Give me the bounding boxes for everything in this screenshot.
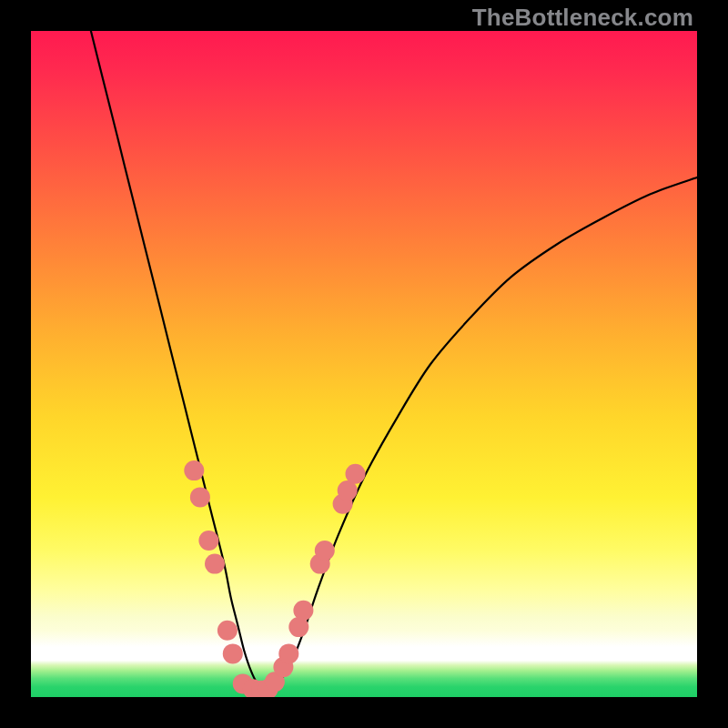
data-marker (346, 464, 366, 484)
data-marker (205, 554, 225, 574)
data-marker (190, 487, 210, 507)
data-marker (278, 643, 298, 663)
data-marker (223, 643, 243, 663)
watermark-label: TheBottleneck.com (472, 4, 693, 32)
chart-frame: TheBottleneck.com (0, 0, 728, 728)
data-marker (217, 621, 238, 641)
chart-svg (31, 31, 697, 697)
data-marker (184, 460, 204, 480)
bottleneck-curve (91, 31, 697, 691)
data-marker (293, 601, 313, 621)
data-marker (198, 531, 218, 551)
data-marker (315, 541, 335, 561)
marker-group (184, 460, 365, 697)
